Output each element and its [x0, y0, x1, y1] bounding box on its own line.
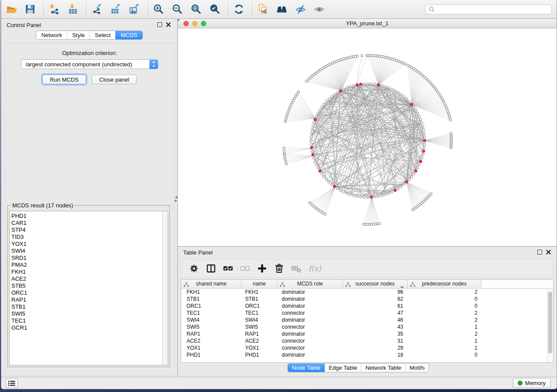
- tab-style[interactable]: Style: [67, 31, 90, 39]
- memory-label: Memory: [525, 380, 546, 386]
- cell-predecessor_nodes: 0: [408, 351, 481, 358]
- mcds-result-item[interactable]: YOX1: [11, 241, 168, 248]
- table-row[interactable]: STB1STB1dominator620: [181, 296, 553, 303]
- mcds-result-item[interactable]: SRD1: [11, 254, 168, 261]
- close-panel-button[interactable]: Close panel: [92, 75, 137, 84]
- float-panel-icon[interactable]: [157, 22, 162, 27]
- table-delete-button[interactable]: [290, 262, 303, 275]
- cell-name: ACE2: [242, 337, 277, 344]
- table-scrollbar-thumb[interactable]: [548, 292, 552, 354]
- mcds-result-item[interactable]: STP4: [11, 227, 168, 234]
- column-header-MCDS-role[interactable]: MCDS role: [277, 280, 343, 288]
- trash-button[interactable]: [273, 262, 286, 275]
- cell-successor_nodes: 35: [343, 330, 408, 337]
- function-builder-button[interactable]: f(x): [308, 264, 321, 273]
- import-table-button[interactable]: [66, 3, 80, 16]
- mcds-result-item[interactable]: FKH1: [11, 268, 168, 275]
- columns-button[interactable]: [204, 262, 218, 275]
- mcds-result-item[interactable]: PHD1: [11, 213, 168, 220]
- mcds-result-item[interactable]: ACE2: [11, 275, 168, 282]
- mcds-result-item[interactable]: TEC1: [11, 317, 168, 324]
- column-header-successor-nodes[interactable]: successor nodes: [343, 280, 408, 288]
- table-float-panel-icon[interactable]: [537, 250, 542, 254]
- column-header-shared-name[interactable]: shared name: [181, 280, 242, 288]
- open-folder-button[interactable]: [5, 3, 18, 16]
- close-window-icon[interactable]: [183, 21, 189, 26]
- table-close-panel-icon[interactable]: [546, 249, 551, 255]
- export-network-button[interactable]: [90, 3, 104, 16]
- close-panel-icon[interactable]: [166, 22, 171, 28]
- mcds-result-item[interactable]: SWI4: [11, 248, 168, 254]
- mcds-result-item[interactable]: PMA2: [11, 261, 168, 268]
- table-row[interactable]: RAP1RAP1dominator352: [181, 330, 553, 337]
- table-row[interactable]: ACE2ACE2connector311: [181, 337, 553, 344]
- run-mcds-button[interactable]: Run MCDS: [42, 75, 86, 84]
- cell-predecessor_nodes: 2: [408, 309, 481, 316]
- maximize-window-icon[interactable]: [201, 21, 206, 26]
- cell-name: STB1: [242, 296, 277, 303]
- splitter-toggle-arrows[interactable]: [174, 196, 178, 203]
- sort-descending-icon: [400, 283, 404, 291]
- network-canvas[interactable]: [178, 28, 557, 246]
- tab-mcds[interactable]: MCDS: [115, 31, 142, 39]
- mcds-result-item[interactable]: STB5: [11, 282, 168, 289]
- export-table-button[interactable]: [109, 3, 122, 16]
- toolbar-separator: [148, 3, 148, 16]
- zoom-out-button[interactable]: [171, 3, 184, 16]
- tab-network[interactable]: Network: [36, 31, 67, 39]
- search-input[interactable]: [425, 4, 552, 14]
- eye-button[interactable]: [313, 3, 326, 16]
- table-header-row: shared namenameMCDS rolesuccessor nodesp…: [181, 280, 553, 289]
- refresh-button[interactable]: [232, 3, 246, 16]
- mcds-result-list[interactable]: PHD1CAR1STP4TID3YOX1SWI4SRD1PMA2FKH1ACE2…: [9, 211, 168, 365]
- table-row[interactable]: SWI5SWI5connector431: [181, 323, 553, 330]
- mcds-result-item[interactable]: CAR1: [11, 220, 168, 227]
- mcds-result-item[interactable]: RAP1: [11, 296, 168, 303]
- tab-node-table[interactable]: Node Table: [288, 364, 325, 372]
- tab-select[interactable]: Select: [90, 31, 115, 39]
- criterion-dropdown[interactable]: largest connected component (undirected): [21, 59, 158, 69]
- table-scrollbar[interactable]: [547, 289, 553, 362]
- mcds-result-item[interactable]: TID3: [11, 234, 168, 241]
- binoculars-button[interactable]: [275, 3, 288, 16]
- network-window-titlebar[interactable]: YPA_prune.txt_1: [178, 19, 557, 28]
- cell-shared_name: FKH1: [181, 289, 242, 296]
- mcds-result-item[interactable]: GCR1: [11, 324, 168, 331]
- zoom-selected-button[interactable]: [208, 3, 221, 16]
- mcds-result-scrollbar[interactable]: [162, 211, 168, 365]
- memory-button[interactable]: Memory: [513, 378, 550, 388]
- unchecked-pair-button[interactable]: [239, 262, 252, 275]
- mcds-result-title: MCDS result (17 nodes): [11, 202, 74, 209]
- save-button[interactable]: [24, 3, 37, 16]
- column-header-predecessor-nodes[interactable]: predecessor nodes: [408, 280, 481, 288]
- cell-mcds_role: connector: [277, 337, 343, 344]
- copy-share-button[interactable]: [256, 3, 270, 16]
- checked-pair-button[interactable]: [221, 262, 235, 275]
- mcds-result-item[interactable]: STB1: [11, 303, 168, 310]
- mcds-result-box: MCDS result (17 nodes) PHD1CAR1STP4TID3Y…: [7, 205, 170, 367]
- status-list-button[interactable]: [6, 378, 18, 388]
- table-row[interactable]: ORC1ORC1dominator610: [181, 303, 553, 309]
- mcds-result-item[interactable]: SWI5: [11, 310, 168, 317]
- export-image-button[interactable]: [128, 3, 141, 16]
- table-row[interactable]: FKH1FKH1dominator962: [181, 289, 553, 296]
- mcds-result-item[interactable]: ORC1: [11, 289, 168, 296]
- column-header-name[interactable]: name: [242, 280, 277, 288]
- minimize-window-icon[interactable]: [192, 21, 197, 26]
- tab-edge-table[interactable]: Edge Table: [325, 364, 361, 372]
- plus-button[interactable]: [256, 262, 269, 275]
- table-row[interactable]: YOX1YOX1connector291: [181, 344, 553, 351]
- eye-slash-button[interactable]: [294, 3, 307, 16]
- table-row[interactable]: PHD1PHD1dominator180: [181, 351, 553, 358]
- table-toolbar: f(x): [181, 259, 554, 278]
- zoom-fit-button[interactable]: [190, 3, 203, 16]
- zoom-in-button[interactable]: [152, 3, 165, 16]
- tab-network-table[interactable]: Network Table: [361, 364, 405, 372]
- gear-button[interactable]: [187, 262, 201, 275]
- table-row[interactable]: SWI4SWI4dominator462: [181, 316, 553, 323]
- table-row[interactable]: TEC1TEC1connector472: [181, 309, 553, 316]
- tab-motifs[interactable]: Motifs: [405, 364, 429, 372]
- import-network-button[interactable]: [48, 3, 61, 16]
- cell-shared_name: RAP1: [181, 330, 242, 337]
- cell-predecessor_nodes: 2: [408, 330, 481, 337]
